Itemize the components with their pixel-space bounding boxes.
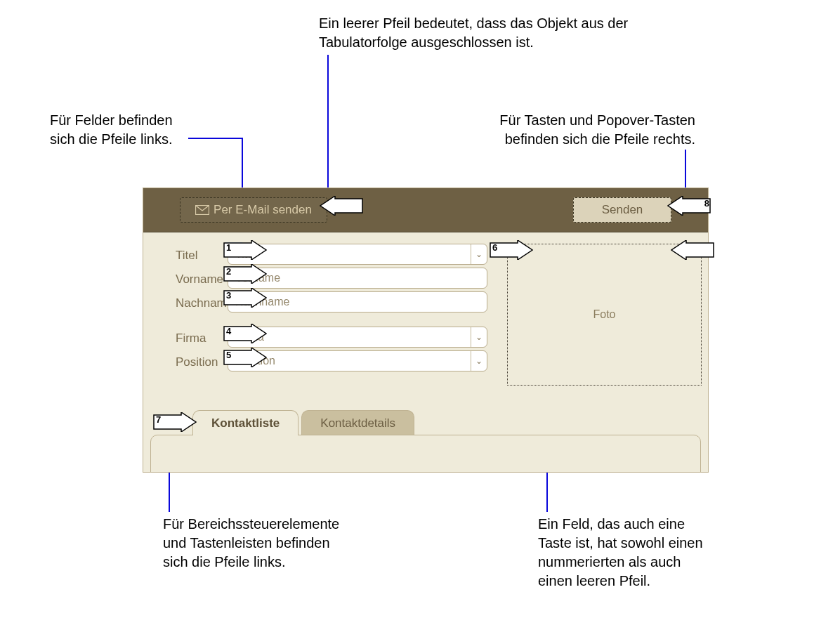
label-vorname: Vorname [176, 272, 229, 287]
callout-line: nummerierten als auch [538, 554, 681, 570]
callout-line: Ein Feld, das auch eine [538, 516, 685, 532]
tab-order-number: 8 [698, 198, 709, 209]
tab-order-arrow-4: 4 [223, 324, 267, 343]
callout-line: Für Bereichssteuerelemente [163, 516, 339, 532]
diagram-stage: Ein leerer Pfeil bedeutet, dass das Obje… [0, 0, 840, 625]
tab-order-arrow-photo-button-empty [671, 240, 714, 260]
leader-line [327, 55, 329, 199]
tab-body [150, 435, 701, 473]
callout-line: Für Felder befinden [50, 112, 173, 128]
mail-icon [195, 205, 209, 215]
photo-field[interactable]: Foto [507, 244, 702, 386]
tab-order-arrow-5: 5 [223, 348, 267, 367]
button-label: Per E-Mail senden [214, 203, 312, 217]
tab-control: Kontaktliste Kontaktdetails [150, 410, 701, 472]
callout-line: sich die Pfeile links. [163, 554, 286, 570]
tab-order-arrow-1: 1 [223, 240, 267, 260]
tab-order-arrow-7: 7 [153, 412, 197, 432]
tab-order-arrow-2: 2 [223, 264, 267, 284]
photo-label: Foto [593, 308, 615, 321]
tab-order-arrow-6: 6 [490, 240, 533, 260]
callout-line: sich die Pfeile links. [50, 131, 173, 147]
tab-order-number: 3 [226, 290, 237, 301]
tab-order-number: 1 [226, 242, 237, 253]
row-nachname: Nachname [176, 292, 229, 315]
row-vorname: Vorname [176, 268, 229, 291]
callout-line: einen leeren Pfeil. [538, 573, 650, 588]
label-firma: Firma [176, 331, 229, 346]
tab-order-number: 2 [226, 266, 237, 277]
leader-line [188, 138, 243, 139]
callout-line: Taste ist, hat sowohl einen [538, 535, 703, 551]
row-firma: Firma [176, 327, 229, 350]
callout-line: befinden sich die Pfeile rechts. [505, 131, 695, 147]
tab-order-arrow-3: 3 [223, 288, 267, 308]
tab-kontaktdetails[interactable]: Kontaktdetails [301, 410, 414, 435]
tab-order-number: 6 [492, 242, 504, 253]
send-email-button[interactable]: Per E-Mail senden [180, 197, 327, 223]
label-titel: Titel [176, 249, 229, 263]
tab-order-arrow-8: 8 [667, 196, 711, 216]
tab-kontaktliste[interactable]: Kontaktliste [192, 410, 298, 435]
tab-order-number: 4 [226, 326, 237, 336]
callout-fields-left: Für Felder befinden sich die Pfeile link… [50, 111, 173, 149]
row-position: Position [176, 351, 229, 374]
label-nachname: Nachname [176, 296, 229, 310]
callout-tab-controls: Für Bereichssteuerelemente und Tastenlei… [163, 515, 339, 572]
callout-line: und Tastenleisten befinden [163, 535, 330, 551]
tab-order-arrow-email-empty [320, 196, 363, 216]
callout-empty-arrow: Ein leerer Pfeil bedeutet, dass das Obje… [319, 14, 684, 52]
callout-buttons-right: Für Tasten und Popover-Tasten befinden s… [351, 111, 695, 149]
row-titel: Titel [176, 244, 229, 267]
send-button[interactable]: Senden [573, 197, 671, 223]
tab-order-number: 7 [156, 414, 167, 425]
chevron-down-icon[interactable]: ⌄ [471, 351, 487, 371]
chevron-down-icon[interactable]: ⌄ [471, 327, 487, 347]
chevron-down-icon[interactable]: ⌄ [471, 244, 487, 264]
topbar: Per E-Mail senden Senden [143, 188, 708, 232]
callout-line: Für Tasten und Popover-Tasten [499, 112, 695, 128]
tab-order-number: 5 [226, 350, 237, 360]
label-position: Position [176, 355, 229, 369]
tab-strip: Kontaktliste Kontaktdetails [192, 410, 414, 435]
button-label: Senden [602, 203, 643, 217]
callout-field-button: Ein Feld, das auch eine Taste ist, hat s… [538, 515, 703, 591]
